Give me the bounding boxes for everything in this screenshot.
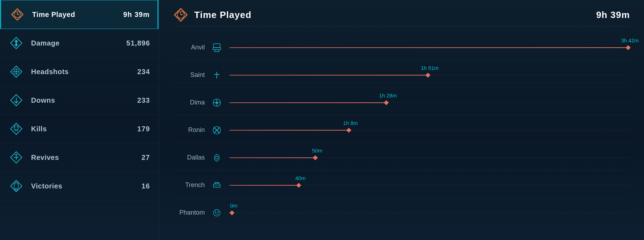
time-played-icon [10,7,25,22]
bar-char-icon-dima [210,96,224,110]
stat-label-damage: Damage [31,39,126,47]
stat-label-downs: Downs [31,96,137,104]
bar-container-ronin: 1h 8m [229,130,630,131]
stat-label-headshots: Headshots [31,68,137,76]
stat-label-revives: Revives [31,154,142,162]
bar-char-icon-trench [210,178,224,192]
stat-item-headshots[interactable]: Headshots 234 [0,58,159,86]
bar-list: Anvil 3h 42m Saint 1h 51m Dima [173,35,630,233]
stat-value-revives: 27 [142,154,150,162]
stat-item-victories[interactable]: Victories 16 [0,172,159,200]
bar-container-dallas: 50m [229,157,630,158]
svg-rect-27 [214,43,220,47]
stat-label-time-played: Time Played [32,11,123,19]
damage-icon [8,35,24,51]
bar-char-icon-anvil [210,41,224,55]
svg-point-14 [14,127,16,128]
bar-char-label-ronin: Ronin [173,126,205,134]
bar-char-icon-dallas [210,151,224,165]
svg-point-48 [214,209,220,216]
bar-char-label-phantom: Phantom [173,209,205,216]
bar-char-label-dallas: Dallas [173,154,205,161]
right-header-icon [173,7,189,23]
svg-marker-12 [11,123,22,134]
bar-char-icon-phantom [210,206,224,220]
bar-char-label-anvil: Anvil [173,44,205,51]
stat-item-time-played[interactable]: Time Played 9h 39m [0,0,159,29]
bar-char-label-trench: Trench [173,181,205,189]
stat-label-kills: Kills [31,125,137,133]
bar-row-dima: Dima 1h 28m [173,90,630,115]
stat-item-downs[interactable]: Downs 233 [0,86,159,115]
stat-value-damage: 51,896 [126,39,150,47]
svg-point-9 [16,71,17,72]
victories-icon [8,178,24,194]
bar-container-dima: 1h 28m [229,102,630,103]
bar-char-label-saint: Saint [173,71,205,79]
bar-char-icon-ronin [210,123,224,137]
stat-value-time-played: 9h 39m [123,11,150,19]
stat-item-kills[interactable]: Kills 179 [0,115,159,143]
svg-point-49 [215,211,216,213]
bar-container-saint: 1h 51m [229,74,630,76]
stat-item-revives[interactable]: Revives 27 [0,143,159,172]
downs-icon [8,92,24,108]
svg-point-13 [14,126,18,130]
bar-row-dallas: Dallas 50m [173,145,630,170]
bar-row-ronin: Ronin 1h 8m [173,118,630,143]
svg-point-15 [17,127,18,128]
stat-label-victories: Victories [31,182,142,190]
revives-icon [8,150,24,165]
left-panel: Time Played 9h 39m Damage 51,896 Headsho… [0,0,159,240]
stat-value-victories: 16 [142,182,150,190]
bar-row-phantom: Phantom 0m [173,200,630,226]
svg-rect-28 [213,48,221,50]
bar-container-anvil: 3h 42m [229,47,630,48]
bar-char-label-dima: Dima [173,99,205,106]
kills-icon [8,121,24,137]
bar-row-saint: Saint 1h 51m [173,62,630,88]
right-header: Time Played 9h 39m [173,7,630,26]
bar-container-trench: 40m [229,185,630,186]
stat-value-kills: 179 [137,125,150,133]
bar-row-trench: Trench 40m [173,173,630,198]
headshot-icon [8,64,24,79]
right-header-title: Time Played [194,10,596,20]
right-panel: Time Played 9h 39m Anvil 3h 42m Saint 1h… [159,0,644,240]
bar-row-anvil: Anvil 3h 42m [173,35,630,60]
right-header-total: 9h 39m [596,10,630,20]
svg-point-42 [215,156,218,159]
svg-point-50 [217,211,219,213]
stat-value-headshots: 234 [137,68,150,76]
svg-marker-41 [214,154,219,161]
stat-value-downs: 233 [137,96,150,104]
stat-item-damage[interactable]: Damage 51,896 [0,29,159,58]
bar-container-phantom: 0m [229,212,630,213]
bar-char-icon-saint [210,68,224,82]
